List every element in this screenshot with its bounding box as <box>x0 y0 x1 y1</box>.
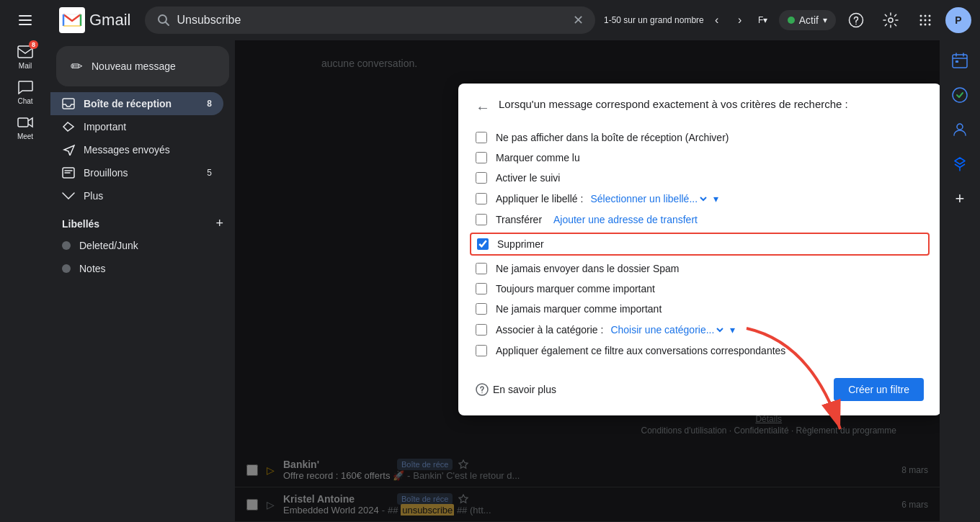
settings-button[interactable] <box>876 6 905 35</box>
label-deleted[interactable]: Deleted/Junk <box>50 234 235 257</box>
label-deleted-dot <box>62 241 71 250</box>
inbox-count: 8 <box>207 99 212 109</box>
compose-button[interactable]: ✏ Nouveau message <box>56 46 229 86</box>
user-avatar[interactable]: P <box>945 7 971 33</box>
drafts-count: 5 <box>207 168 212 178</box>
svg-point-15 <box>929 19 931 22</box>
add-label-button[interactable]: + <box>215 216 223 231</box>
pagination-prev[interactable]: ‹ <box>707 10 727 30</box>
option-star-row: Activer le suivi <box>476 168 924 188</box>
svg-rect-0 <box>19 15 32 17</box>
nav-item-important[interactable]: Important <box>50 115 223 138</box>
add-addon-button[interactable]: + <box>945 184 974 213</box>
settings-icon <box>883 12 899 28</box>
sidebar-item-mail[interactable]: 8 Mail <box>11 40 40 73</box>
calendar-button[interactable] <box>945 46 974 75</box>
status-label: Actif <box>799 14 819 26</box>
sort-button[interactable]: F▾ <box>753 10 773 30</box>
logo-area: Gmail <box>59 7 130 33</box>
main-wrapper: Gmail ✕ 1-50 sur un grand nombre ‹ › F▾ … <box>50 0 980 522</box>
option-forward-checkbox[interactable] <box>476 214 487 225</box>
option-delete-checkbox[interactable] <box>477 238 489 250</box>
label-notes-text: Notes <box>79 263 106 274</box>
hamburger-button[interactable] <box>11 6 40 35</box>
gmail-logo-icon <box>59 7 85 33</box>
nav-item-sent[interactable]: Messages envoyés <box>50 138 223 161</box>
option-label-checkbox[interactable] <box>476 193 487 204</box>
label-select[interactable]: Sélectionner un libellé... <box>587 192 709 205</box>
help-button[interactable] <box>842 6 870 35</box>
status-chevron-icon: ▾ <box>823 15 827 25</box>
svg-point-8 <box>855 24 857 25</box>
svg-point-17 <box>925 24 927 26</box>
email-list-area: aucune conversation. Dernière activité s… <box>235 40 940 522</box>
label-notes[interactable]: Notes <box>50 257 235 280</box>
search-bar[interactable]: ✕ <box>145 6 595 34</box>
chat-label: Chat <box>17 97 32 105</box>
category-select[interactable]: Choisir une catégorie... <box>607 323 726 336</box>
option-read-checkbox[interactable] <box>476 152 487 163</box>
option-archive-row: Ne pas afficher dans la boîte de récepti… <box>476 127 924 148</box>
tasks-icon <box>951 86 968 104</box>
category-select-chevron: ▾ <box>730 324 735 336</box>
dialog-back-button[interactable]: ← <box>476 99 490 116</box>
sent-icon <box>62 144 75 156</box>
option-delete-label[interactable]: Supprimer <box>497 238 544 250</box>
nav-inbox-label: Boîte de réception <box>84 98 172 109</box>
option-notimportant-row: Ne jamais marquer comme important <box>476 299 924 319</box>
option-star-label[interactable]: Activer le suivi <box>496 172 560 184</box>
option-notimportant-checkbox[interactable] <box>476 303 487 315</box>
option-read-label[interactable]: Marquer comme lu <box>496 152 580 163</box>
right-panel: + <box>940 40 980 522</box>
svg-point-27 <box>957 124 963 130</box>
create-filter-button[interactable]: Créer un filtre <box>834 378 924 401</box>
option-forward-label[interactable]: Transférer Ajouter une adresse de transf… <box>496 214 698 225</box>
sidebar-item-chat[interactable]: Chat <box>11 76 40 108</box>
inbox-icon <box>62 98 75 109</box>
drafts-icon <box>62 167 75 179</box>
mail-badge: 8 <box>29 40 38 49</box>
search-input[interactable] <box>177 14 567 27</box>
option-category-label[interactable]: Associer à la catégorie : Choisir une ca… <box>496 323 735 336</box>
option-delete-row-wrapper: Supprimer <box>476 233 924 256</box>
nav-sent-label: Messages envoyés <box>84 144 170 156</box>
add-forward-address-link[interactable]: Ajouter une adresse de transfert <box>553 214 698 225</box>
nav-item-drafts[interactable]: Brouillons 5 <box>50 161 223 184</box>
mail-label: Mail <box>19 62 32 70</box>
option-archive-checkbox[interactable] <box>476 132 487 143</box>
option-nospam-checkbox[interactable] <box>476 263 487 274</box>
contacts-button[interactable] <box>945 115 974 144</box>
option-also-checkbox[interactable] <box>476 345 487 356</box>
help-circle-icon <box>476 383 489 396</box>
option-nospam-label[interactable]: Ne jamais envoyer dans le dossier Spam <box>496 263 679 274</box>
sidebar-item-meet[interactable]: Meet <box>11 111 40 143</box>
option-archive-label[interactable]: Ne pas afficher dans la boîte de récepti… <box>496 132 729 143</box>
apps-button[interactable] <box>911 6 940 35</box>
help-icon <box>848 12 864 28</box>
option-label-label[interactable]: Appliquer le libellé : Sélectionner un l… <box>496 192 718 205</box>
option-delete-row: Supprimer <box>470 233 930 256</box>
option-important-checkbox[interactable] <box>476 283 487 294</box>
svg-rect-25 <box>956 60 958 63</box>
search-clear-button[interactable]: ✕ <box>573 12 584 28</box>
tasks-button[interactable] <box>945 81 974 109</box>
option-important-label[interactable]: Toujours marquer comme important <box>496 283 655 294</box>
contacts-icon <box>951 121 968 138</box>
nav-item-more[interactable]: Plus <box>50 184 223 207</box>
dropbox-button[interactable] <box>945 150 974 179</box>
option-forward-row: Transférer Ajouter une adresse de transf… <box>476 210 924 230</box>
option-also-label[interactable]: Appliquer également ce filtre aux conver… <box>496 345 785 356</box>
filter-dialog: ← Lorsqu'un message correspond exactemen… <box>458 84 940 415</box>
nav-drafts-label: Brouillons <box>84 167 128 179</box>
nav-item-inbox[interactable]: Boîte de réception 8 <box>50 92 223 115</box>
svg-rect-19 <box>63 99 74 109</box>
option-notimportant-label[interactable]: Ne jamais marquer comme important <box>496 303 662 315</box>
labels-section-header: Libellés + <box>50 207 235 234</box>
label-notes-dot <box>62 264 71 273</box>
option-star-checkbox[interactable] <box>476 172 487 184</box>
nav-sidebar: ✏ Nouveau message Boîte de réception 8 I… <box>50 40 235 522</box>
status-button[interactable]: Actif ▾ <box>779 10 836 30</box>
option-category-checkbox[interactable] <box>476 324 487 336</box>
help-link[interactable]: En savoir plus <box>476 383 556 396</box>
pagination-next[interactable]: › <box>730 10 750 30</box>
